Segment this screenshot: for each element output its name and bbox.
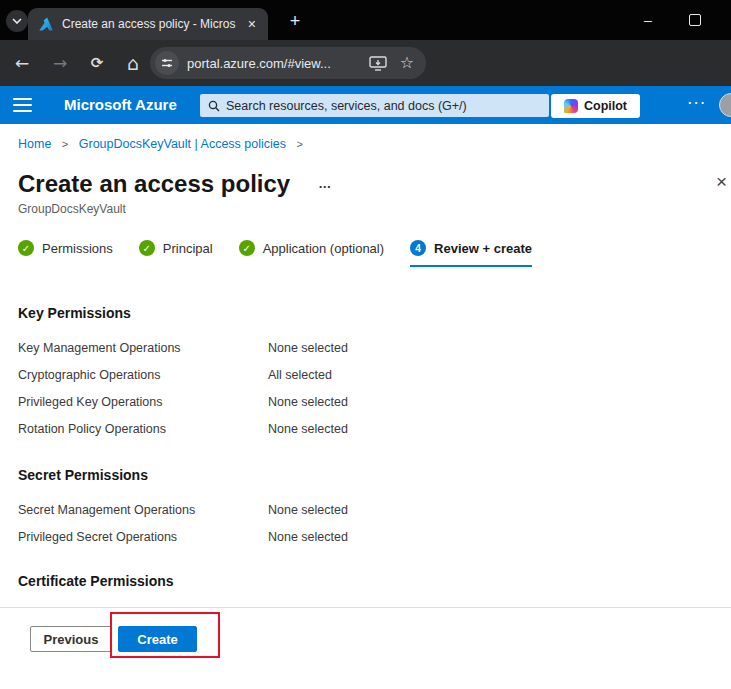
- table-row: Cryptographic OperationsAll selected: [18, 362, 713, 389]
- table-row: Rotation Policy OperationsNone selected: [18, 416, 713, 443]
- table-row: Privileged Key OperationsNone selected: [18, 389, 713, 416]
- azure-favicon-icon: [38, 16, 54, 32]
- copilot-label: Copilot: [584, 99, 627, 113]
- tab-title: Create an access policy - Micros: [62, 17, 238, 31]
- account-avatar[interactable]: [719, 93, 731, 117]
- table-row: Key Management OperationsNone selected: [18, 335, 713, 362]
- back-icon[interactable]: ←: [10, 51, 34, 75]
- step-number-icon: 4: [410, 240, 426, 256]
- site-settings-icon[interactable]: [155, 51, 179, 75]
- key-permissions-rows: Key Management OperationsNone selected C…: [18, 335, 713, 443]
- azure-portal-header: Microsoft Azure Copilot ···: [0, 86, 731, 124]
- tab-principal[interactable]: ✓ Principal: [139, 240, 213, 267]
- refresh-icon[interactable]: ⟳: [85, 51, 109, 75]
- create-button[interactable]: Create: [118, 626, 197, 652]
- azure-brand[interactable]: Microsoft Azure: [64, 96, 177, 113]
- table-row: Secret Management OperationsNone selecte…: [18, 497, 713, 524]
- breadcrumb: Home > GroupDocsKeyVault | Access polici…: [18, 137, 713, 153]
- tab-search-button[interactable]: [6, 10, 28, 32]
- tab-permissions[interactable]: ✓ Permissions: [18, 240, 113, 267]
- tab-application[interactable]: ✓ Application (optional): [239, 240, 384, 267]
- chevron-down-icon: [12, 18, 22, 24]
- table-row: Privileged Secret OperationsNone selecte…: [18, 524, 713, 551]
- check-circle-icon: ✓: [18, 240, 34, 256]
- title-row: Create an access policy …: [18, 169, 713, 199]
- copilot-icon: [564, 99, 578, 113]
- home-icon[interactable]: ⌂: [121, 51, 145, 75]
- section-heading-secret-permissions: Secret Permissions: [18, 467, 713, 483]
- new-tab-button[interactable]: +: [283, 9, 307, 33]
- chevron-right-icon: >: [297, 138, 303, 150]
- section-heading-certificate-permissions: Certificate Permissions: [18, 573, 713, 589]
- search-icon: [208, 100, 220, 112]
- address-bar[interactable]: portal.azure.com/#view... ☆: [150, 47, 426, 79]
- page-title: Create an access policy: [18, 169, 290, 199]
- close-icon[interactable]: ×: [716, 172, 727, 191]
- forward-icon[interactable]: →: [48, 51, 72, 75]
- browser-tab-strip: Create an access policy - Micros × + –: [0, 0, 731, 40]
- chevron-right-icon: >: [62, 138, 68, 150]
- search-input[interactable]: [226, 99, 541, 113]
- window-minimize-button[interactable]: –: [636, 8, 660, 32]
- url-text[interactable]: portal.azure.com/#view...: [187, 56, 363, 71]
- window-maximize-button[interactable]: [689, 14, 701, 26]
- active-browser-tab[interactable]: Create an access policy - Micros ×: [28, 8, 268, 40]
- page-subtitle: GroupDocsKeyVault: [18, 202, 713, 216]
- tab-review-create[interactable]: 4 Review + create: [410, 240, 532, 267]
- hamburger-menu-icon[interactable]: [13, 98, 32, 112]
- previous-button[interactable]: Previous: [30, 626, 112, 652]
- footer-divider: [0, 607, 731, 608]
- bookmark-star-icon[interactable]: ☆: [400, 55, 414, 71]
- check-circle-icon: ✓: [139, 240, 155, 256]
- title-more-icon[interactable]: …: [318, 179, 332, 189]
- azure-search-box[interactable]: [200, 94, 549, 117]
- section-heading-key-permissions: Key Permissions: [18, 305, 713, 321]
- send-to-device-icon[interactable]: [369, 56, 387, 71]
- portal-content: Home > GroupDocsKeyVault | Access polici…: [0, 124, 731, 689]
- tab-close-icon[interactable]: ×: [246, 17, 258, 31]
- breadcrumb-home-link[interactable]: Home: [18, 137, 51, 151]
- secret-permissions-rows: Secret Management OperationsNone selecte…: [18, 497, 713, 551]
- wizard-tabs: ✓ Permissions ✓ Principal ✓ Application …: [18, 240, 713, 267]
- header-more-icon[interactable]: ···: [688, 95, 707, 110]
- browser-window: Create an access policy - Micros × + – ←…: [0, 0, 731, 689]
- check-circle-icon: ✓: [239, 240, 255, 256]
- breadcrumb-vault-link[interactable]: GroupDocsKeyVault | Access policies: [79, 137, 286, 151]
- browser-toolbar: ← → ⟳ ⌂ portal.azure.com/#view... ☆: [0, 40, 731, 86]
- copilot-button[interactable]: Copilot: [551, 94, 640, 118]
